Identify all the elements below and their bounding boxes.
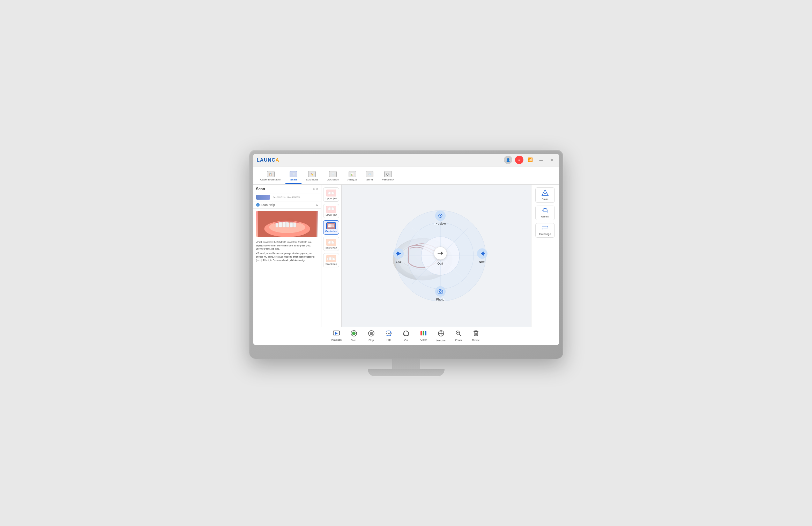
radial-quit-btn[interactable]: Quit bbox=[434, 246, 447, 265]
svg-rect-30 bbox=[330, 224, 331, 225]
stop-button[interactable]: Stop bbox=[363, 329, 379, 343]
nav-label-edit: Edit mode bbox=[306, 178, 318, 181]
title-bar: LAUNCA 👤 ● 📶 — ✕ bbox=[253, 154, 559, 166]
color-icon bbox=[420, 331, 427, 338]
nav-item-scan[interactable]: 🦷 Scan bbox=[285, 170, 301, 184]
upper-jaw-step-icon bbox=[326, 190, 336, 197]
svg-rect-43 bbox=[331, 257, 333, 260]
bottom-toolbar: Playback Start bbox=[253, 327, 559, 345]
scan-help-header: ? Scan Help ∧ bbox=[253, 201, 321, 209]
delete-button[interactable]: Delete bbox=[468, 329, 484, 343]
exchange-label: Exchange bbox=[539, 232, 551, 236]
nav-item-case-info[interactable]: 📋 Case Information bbox=[256, 170, 286, 184]
expand-icon[interactable]: » bbox=[316, 187, 318, 191]
scan-help-label: ? Scan Help bbox=[256, 203, 275, 207]
exchange-icon bbox=[542, 225, 549, 232]
nav-label-analyze: Analyze bbox=[348, 178, 357, 181]
delete-label: Delete bbox=[472, 339, 480, 342]
scan-step-occlusion[interactable]: Occlusion bbox=[323, 220, 339, 235]
svg-rect-19 bbox=[330, 207, 331, 210]
direction-icon bbox=[438, 330, 445, 338]
retract-button[interactable]: Retract bbox=[535, 206, 555, 220]
on-button[interactable]: On bbox=[398, 329, 414, 343]
quit-label: Quit bbox=[437, 261, 443, 265]
svg-rect-5 bbox=[282, 222, 285, 227]
collapse-icon[interactable]: « bbox=[313, 187, 315, 191]
svg-rect-17 bbox=[328, 208, 329, 210]
svg-rect-28 bbox=[328, 224, 329, 225]
close-button[interactable]: ✕ bbox=[548, 156, 556, 164]
flip-button[interactable]: Flip bbox=[381, 329, 397, 343]
device-stats: Dev:68%51% Rec:96%85% bbox=[273, 196, 300, 198]
start-icon bbox=[351, 330, 357, 338]
playback-label: Playback bbox=[331, 338, 341, 341]
direction-label: Direction bbox=[436, 339, 446, 342]
stat-rec: Rec:96%85% bbox=[288, 196, 300, 198]
svg-marker-65 bbox=[542, 190, 548, 195]
svg-rect-18 bbox=[329, 207, 330, 210]
color-button[interactable]: Color bbox=[416, 329, 432, 343]
minimize-button[interactable]: — bbox=[537, 156, 545, 164]
start-button[interactable]: Start bbox=[346, 329, 362, 343]
nav-item-feedback[interactable]: 💬 Feedback bbox=[378, 170, 398, 184]
svg-line-92 bbox=[459, 334, 461, 336]
direction-button[interactable]: Direction bbox=[433, 328, 449, 343]
svg-rect-35 bbox=[329, 241, 330, 244]
user-icon: 👤 bbox=[504, 156, 512, 164]
nav-item-analyze[interactable]: 📊 Analyze bbox=[343, 170, 362, 184]
monitor-stand-neck bbox=[392, 359, 420, 369]
occlusion-icon: 🦷 bbox=[329, 171, 337, 177]
scan-help-toggle[interactable]: ∧ bbox=[316, 203, 318, 207]
scan-step-upper-jaw[interactable]: Upper jaw bbox=[323, 187, 339, 202]
svg-rect-27 bbox=[333, 226, 334, 227]
right-panel: Erase Retract bbox=[531, 185, 559, 327]
playback-icon bbox=[333, 331, 340, 338]
scan-step-scan1[interactable]: Scan1way bbox=[323, 237, 339, 251]
svg-rect-34 bbox=[328, 242, 329, 244]
on-label: On bbox=[404, 339, 408, 342]
scan-step-lower-jaw[interactable]: Lower jaw bbox=[323, 204, 339, 218]
stop-label: Stop bbox=[368, 339, 374, 342]
svg-marker-75 bbox=[335, 332, 338, 335]
main-content: Scan « » Dev:68%51% bbox=[253, 185, 559, 327]
svg-rect-37 bbox=[332, 241, 333, 244]
preview-icon bbox=[435, 210, 445, 221]
nav-label-scan: Scan bbox=[290, 178, 297, 181]
svg-rect-79 bbox=[370, 332, 373, 335]
nav-item-send[interactable]: 📨 Send bbox=[362, 170, 378, 184]
svg-rect-8 bbox=[293, 223, 296, 227]
panel-title: Scan bbox=[256, 187, 265, 191]
svg-marker-61 bbox=[481, 251, 484, 255]
nav-item-occlusion[interactable]: 🦷 Occlusion bbox=[322, 170, 343, 184]
zoom-button[interactable]: Zoom bbox=[450, 329, 467, 343]
svg-marker-57 bbox=[397, 251, 401, 255]
radial-preview-btn[interactable]: Preview bbox=[434, 210, 446, 225]
monitor-stand-base bbox=[368, 369, 445, 376]
panel-header-icons: « » bbox=[313, 187, 318, 191]
occlusion-step-icon bbox=[326, 222, 336, 229]
zoom-icon bbox=[455, 330, 462, 338]
svg-marker-71 bbox=[547, 226, 548, 228]
retract-icon bbox=[542, 208, 549, 214]
erase-icon bbox=[542, 190, 549, 197]
playback-button[interactable]: Playback bbox=[328, 329, 344, 343]
radial-next-btn[interactable]: Next bbox=[477, 248, 487, 263]
nav-item-edit[interactable]: ✏️ Edit mode bbox=[301, 170, 322, 184]
erase-button[interactable]: Erase bbox=[535, 187, 555, 203]
svg-rect-45 bbox=[334, 258, 335, 260]
start-label: Start bbox=[351, 339, 357, 342]
monitor: LAUNCA 👤 ● 📶 — ✕ 📋 bbox=[249, 150, 563, 377]
nav-label-send: Send bbox=[366, 178, 373, 181]
stop-icon bbox=[368, 330, 374, 338]
radial-photo-btn[interactable]: Photo bbox=[435, 286, 446, 301]
scan-step-scan2[interactable]: Scan2way bbox=[323, 253, 339, 267]
svg-rect-41 bbox=[329, 257, 330, 260]
top-nav: 📋 Case Information 🦷 Scan ✏️ bbox=[253, 166, 559, 185]
exchange-button[interactable]: Exchange bbox=[535, 223, 555, 238]
scan-instructions: • First, scan from the 5th teeth to anot… bbox=[253, 239, 321, 327]
scan-preview-image bbox=[256, 211, 318, 237]
left-panel: Scan « » Dev:68%51% bbox=[253, 185, 321, 327]
svg-rect-42 bbox=[330, 257, 331, 260]
svg-rect-44 bbox=[333, 258, 334, 260]
radial-list-btn[interactable]: List bbox=[393, 248, 404, 263]
